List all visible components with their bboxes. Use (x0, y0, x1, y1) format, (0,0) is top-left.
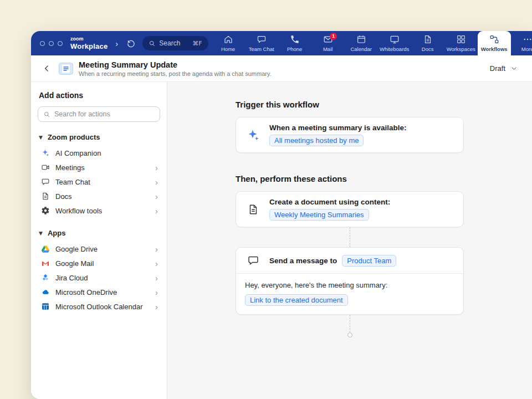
actions-search[interactable] (38, 106, 160, 122)
message-bubble-icon (245, 254, 262, 267)
sidebar-item-docs[interactable]: Docs › (38, 189, 160, 203)
chevron-right-icon: › (155, 207, 158, 215)
message-recipient-token[interactable]: Product Team (342, 255, 396, 267)
workflow-canvas: Trigger this workflow When a meeting sum… (167, 82, 532, 399)
draft-status-dropdown[interactable]: Draft (490, 64, 518, 73)
chevron-right-icon: › (155, 192, 158, 201)
workspaces-icon (456, 34, 466, 44)
chevron-right-icon: › (155, 245, 158, 253)
workflow-thumbnail-icon (59, 63, 73, 75)
nav-label: Mail (323, 46, 332, 52)
window-close-button[interactable] (40, 41, 45, 46)
trigger-card[interactable]: When a meeting summary is available: All… (236, 117, 464, 153)
section-zoom-products[interactable]: ▼ Zoom products (39, 133, 159, 141)
top-navigation: Home Team Chat Phone Mail 1 Calendar (212, 31, 532, 55)
ai-sparkle-icon (41, 149, 50, 157)
window-minimize-button[interactable] (49, 41, 54, 46)
trigger-card-content: When a meeting summary is available: All… (269, 124, 407, 146)
nav-item-team-chat[interactable]: Team Chat (245, 31, 278, 55)
actions-sidebar: Add actions ▼ Zoom products AI Companion… (31, 82, 167, 399)
chat-icon (257, 34, 267, 44)
workflow-toolbar: Meeting Summary Update When a recurring … (31, 55, 532, 82)
sidebar-item-microsoft-outlook-calendar[interactable]: Microsoft Outlook Calendar › (38, 299, 160, 314)
nav-label: Docs (422, 46, 434, 52)
nav-label: Whiteboards (380, 46, 409, 52)
document-content-token[interactable]: Weekly Meeting Summaries (269, 209, 369, 221)
nav-item-whiteboards[interactable]: Whiteboards (378, 31, 411, 55)
global-search[interactable]: Search ⌘F (142, 36, 208, 50)
header-expand-chevron-icon[interactable]: › (114, 39, 119, 48)
section-label: Zoom products (48, 133, 100, 141)
sidebar-item-meetings[interactable]: Meetings › (38, 160, 160, 175)
nav-item-calendar[interactable]: Calendar (345, 31, 378, 55)
message-body-text: Hey, everyone, here's the meeting summar… (245, 281, 454, 289)
outlook-calendar-icon (41, 302, 50, 311)
actions-search-input[interactable] (54, 110, 155, 118)
sidebar-item-jira-cloud[interactable]: Jira Cloud › (38, 270, 160, 285)
nav-item-more[interactable]: More (511, 31, 532, 55)
history-icon (126, 39, 136, 48)
item-label: Jira Cloud (55, 274, 88, 282)
nav-item-workspaces[interactable]: Workspaces (444, 31, 478, 55)
flow-endpoint-circle[interactable] (347, 332, 352, 337)
search-shortcut: ⌘F (192, 40, 202, 47)
dashed-connector (350, 227, 350, 247)
header-left-cluster: zoom Workplace › Search ⌘F (31, 31, 212, 55)
app-header: zoom Workplace › Search ⌘F Home Team Cha… (31, 31, 532, 55)
mail-unread-badge: 1 (330, 33, 337, 40)
nav-item-phone[interactable]: Phone (278, 31, 311, 55)
workflow-title: Meeting Summary Update (79, 60, 272, 69)
nav-item-home[interactable]: Home (212, 31, 245, 55)
phone-icon (290, 34, 300, 44)
search-icon (43, 111, 50, 118)
caret-down-icon: ▼ (39, 231, 43, 236)
workflow-flow-column: Trigger this workflow When a meeting sum… (236, 100, 464, 337)
calendar-icon (356, 34, 366, 44)
sidebar-item-workflow-tools[interactable]: Workflow tools › (38, 203, 160, 218)
create-document-content: Create a document using content: Weekly … (269, 198, 390, 221)
sidebar-item-team-chat[interactable]: Team Chat › (38, 175, 160, 189)
chevron-right-icon: › (155, 274, 158, 282)
caret-down-icon: ▼ (39, 135, 43, 140)
window-maximize-button[interactable] (58, 41, 63, 46)
chevron-right-icon: › (155, 303, 158, 311)
trigger-scope-token[interactable]: All meetings hosted by me (269, 135, 364, 146)
send-message-card[interactable]: Send a message to Product Team Hey, ever… (236, 247, 464, 315)
sidebar-heading: Add actions (39, 91, 160, 100)
nav-item-docs[interactable]: Docs (411, 31, 444, 55)
item-label: Microsoft OneDrive (55, 288, 117, 296)
google-drive-icon (41, 244, 50, 253)
sidebar-item-microsoft-onedrive[interactable]: Microsoft OneDrive › (38, 285, 160, 299)
item-label: Workflow tools (55, 207, 102, 215)
gmail-icon (41, 259, 50, 268)
nav-label: Home (221, 46, 235, 52)
trigger-heading: Trigger this workflow (236, 100, 464, 109)
nav-item-mail[interactable]: Mail 1 (311, 31, 345, 55)
item-label: Meetings (55, 163, 85, 172)
nav-label: Team Chat (249, 46, 274, 52)
docs-icon (423, 34, 433, 44)
search-icon (149, 40, 156, 47)
sidebar-item-google-drive[interactable]: Google Drive › (38, 242, 160, 256)
chevron-right-icon: › (155, 163, 158, 172)
send-message-line: Send a message to Product Team (269, 255, 396, 267)
nav-item-workflows[interactable]: Workflows (478, 31, 511, 55)
create-document-card[interactable]: Create a document using content: Weekly … (236, 191, 464, 227)
nav-label: Workflows (481, 46, 508, 52)
more-dots-icon (523, 34, 532, 44)
message-link-token[interactable]: Link to the created document (245, 294, 348, 306)
section-label: Apps (48, 229, 66, 237)
workflows-icon (489, 34, 499, 44)
sidebar-item-ai-companion[interactable]: AI Companion (38, 146, 160, 160)
back-button[interactable] (40, 62, 53, 75)
sidebar-item-google-mail[interactable]: Google Mail › (38, 256, 160, 270)
section-apps[interactable]: ▼ Apps (39, 229, 159, 237)
actions-heading: Then, perform these actions (236, 174, 464, 183)
chevron-right-icon: › (155, 259, 158, 268)
history-icon-button[interactable] (125, 37, 137, 49)
onedrive-icon (41, 288, 50, 296)
nav-label: Phone (287, 46, 302, 52)
nav-label: Workspaces (447, 46, 475, 52)
zoom-workplace-window: zoom Workplace › Search ⌘F Home Team Cha… (31, 31, 532, 399)
ai-sparkle-icon (245, 128, 262, 142)
